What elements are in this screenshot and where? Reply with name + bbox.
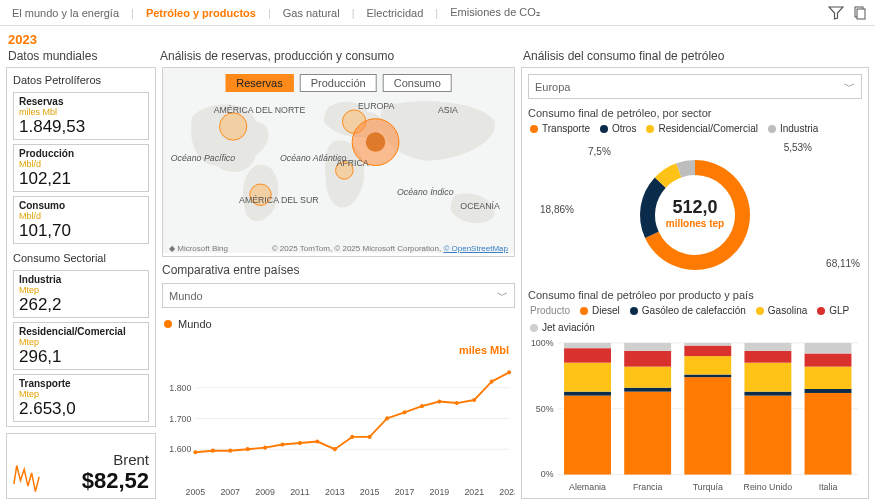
svg-text:AMÉRICA DEL NORTE: AMÉRICA DEL NORTE: [214, 105, 306, 115]
svg-text:Italia: Italia: [819, 482, 838, 492]
legend-sector: Transporte Otros Residencial/Comercial I…: [528, 119, 862, 140]
section-title-right: Análisis del consumo final de petróleo: [517, 49, 867, 63]
svg-text:Alemania: Alemania: [569, 482, 606, 492]
map-btn-reservas[interactable]: Reservas: [225, 74, 293, 92]
svg-rect-60: [564, 392, 611, 396]
top-tabs: El mundo y la energía | Petróleo y produ…: [0, 0, 875, 26]
svg-text:0%: 0%: [541, 470, 554, 480]
svg-point-37: [246, 447, 250, 451]
svg-rect-69: [624, 343, 671, 351]
svg-text:EUROPA: EUROPA: [358, 101, 395, 111]
map-btn-produccion[interactable]: Producción: [300, 74, 377, 92]
svg-rect-80: [744, 351, 791, 363]
svg-rect-72: [684, 375, 731, 378]
svg-rect-75: [684, 343, 731, 346]
tab-world-energy[interactable]: El mundo y la energía: [6, 3, 125, 23]
metric-consumo[interactable]: Consumo Mbl/d 101,70: [13, 196, 149, 244]
svg-text:2007: 2007: [220, 486, 240, 496]
donut-chart[interactable]: 512,0 millones tep 68,11% 18,86% 7,5% 5,…: [528, 140, 862, 285]
svg-rect-85: [805, 367, 852, 389]
panel-consumo-final: Europa ﹀ Consumo final de petróleo, por …: [521, 67, 869, 499]
svg-text:1.700: 1.700: [169, 413, 191, 423]
svg-text:Océano Pacífico: Océano Pacífico: [171, 153, 235, 163]
compare-title: Comparativa entre países: [162, 263, 515, 277]
svg-point-49: [455, 401, 459, 405]
metric-reservas[interactable]: Reservas miles Mbl 1.849,53: [13, 92, 149, 140]
svg-point-35: [211, 449, 215, 453]
svg-point-38: [263, 446, 267, 450]
svg-rect-63: [564, 343, 611, 348]
svg-text:AMÉRICA DEL SUR: AMÉRICA DEL SUR: [239, 195, 319, 205]
svg-text:Francia: Francia: [633, 482, 663, 492]
world-map: AMÉRICA DEL NORTE AMÉRICA DEL SUR EUROPA…: [163, 68, 514, 253]
donut-label-resid: 7,5%: [588, 146, 611, 157]
svg-rect-77: [744, 396, 791, 475]
metric-transporte[interactable]: Transporte Mtep 2.653,0: [13, 374, 149, 422]
svg-text:ASIA: ASIA: [438, 105, 458, 115]
panel-brent: Brent $82,52: [6, 433, 156, 499]
svg-text:2017: 2017: [395, 486, 415, 496]
svg-text:2015: 2015: [360, 486, 380, 496]
filter-icon[interactable]: [827, 4, 845, 22]
svg-rect-87: [805, 343, 852, 354]
svg-rect-83: [805, 393, 852, 475]
metric-produccion[interactable]: Producción Mbl/d 102,21: [13, 144, 149, 192]
svg-point-8: [366, 132, 386, 152]
brent-label: Brent: [47, 451, 149, 468]
svg-text:Reino Unido: Reino Unido: [744, 482, 793, 492]
svg-rect-78: [744, 392, 791, 396]
sector-chart-title: Consumo final de petróleo, por sector: [528, 107, 862, 119]
svg-rect-86: [805, 353, 852, 366]
svg-text:Océano Índico: Océano Índico: [397, 187, 454, 197]
year-label: 2023: [0, 26, 875, 49]
country-select[interactable]: Mundo ﹀: [162, 283, 515, 308]
svg-text:2021: 2021: [464, 486, 484, 496]
svg-text:Océano Atlántico: Océano Atlántico: [280, 153, 347, 163]
brent-sparkline-icon: [13, 452, 41, 494]
svg-rect-68: [624, 351, 671, 367]
svg-text:100%: 100%: [531, 339, 554, 348]
svg-rect-84: [805, 389, 852, 393]
svg-point-48: [437, 399, 441, 403]
svg-text:1.800: 1.800: [169, 383, 191, 393]
map-btn-consumo[interactable]: Consumo: [383, 74, 452, 92]
svg-rect-79: [744, 363, 791, 392]
tab-oil[interactable]: Petróleo y productos: [140, 3, 262, 23]
svg-point-41: [315, 439, 319, 443]
svg-point-50: [472, 398, 476, 402]
donut-label-transporte: 68,11%: [826, 258, 860, 269]
chevron-down-icon: ﹀: [844, 79, 855, 94]
section-title-left: Datos mundiales: [8, 49, 158, 63]
product-chart-title: Consumo final de petróleo por producto y…: [528, 289, 862, 301]
svg-point-42: [333, 447, 337, 451]
svg-rect-74: [684, 346, 731, 357]
tab-electricity[interactable]: Electricidad: [361, 3, 430, 23]
svg-text:2023: 2023: [499, 486, 515, 496]
brent-value: $82,52: [47, 468, 149, 494]
tab-co2[interactable]: Emisiones de CO₂: [444, 2, 546, 23]
chevron-down-icon: ﹀: [497, 288, 508, 303]
metric-residencial[interactable]: Residencial/Comercial Mtep 296,1: [13, 322, 149, 370]
svg-point-52: [507, 370, 511, 374]
stacked-bar-chart[interactable]: 0%50%100%AlemaniaFranciaTurquíaReino Uni…: [528, 339, 862, 496]
legend-bullet-icon: [164, 320, 172, 328]
metric-industria[interactable]: Industria Mtep 262,2: [13, 270, 149, 318]
svg-rect-62: [564, 348, 611, 362]
svg-point-40: [298, 441, 302, 445]
osm-link[interactable]: © OpenStreetMap: [443, 244, 508, 253]
svg-point-36: [228, 449, 232, 453]
svg-text:Turquía: Turquía: [693, 482, 723, 492]
panel-map[interactable]: AMÉRICA DEL NORTE AMÉRICA DEL SUR EUROPA…: [162, 67, 515, 257]
svg-point-43: [350, 435, 354, 439]
svg-rect-73: [684, 356, 731, 374]
svg-point-44: [368, 435, 372, 439]
line-chart[interactable]: miles Mbl 1.6001.7001.800200520072009201…: [162, 340, 515, 499]
svg-point-3: [220, 113, 247, 140]
svg-rect-65: [624, 392, 671, 475]
svg-rect-67: [624, 367, 671, 388]
tab-gas[interactable]: Gas natural: [277, 3, 346, 23]
map-copyright: © 2025 TomTom, © 2025 Microsoft Corporat…: [272, 244, 508, 253]
copy-icon[interactable]: [851, 4, 869, 22]
region-select[interactable]: Europa ﹀: [528, 74, 862, 99]
bing-logo: ◆ Microsoft Bing: [169, 244, 228, 253]
